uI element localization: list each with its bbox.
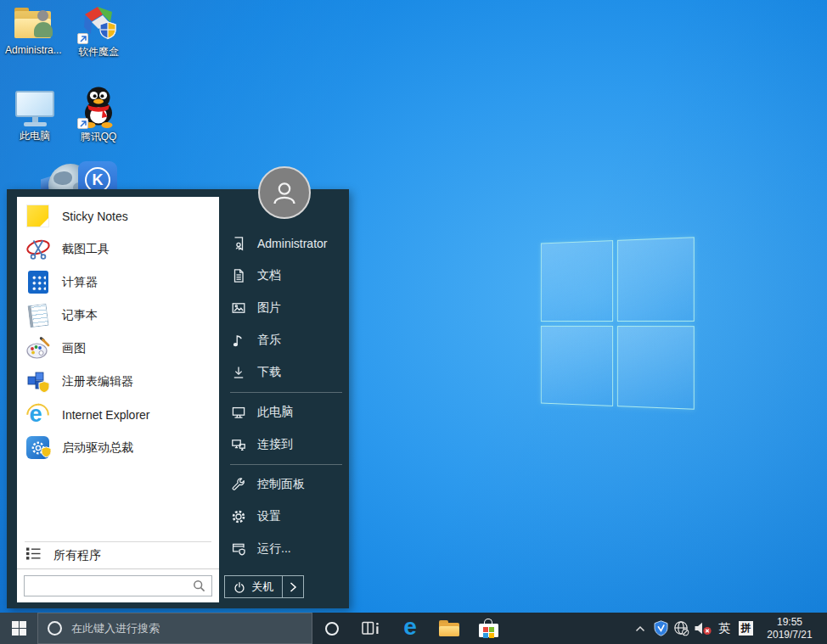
this-pc-icon <box>230 405 247 420</box>
tray-time: 19:55 <box>761 616 819 629</box>
menu-item-label: 注册表编辑器 <box>62 374 133 389</box>
desktop-icon-tencent-qq[interactable]: 腾讯QQ <box>70 83 127 143</box>
calculator-icon <box>25 269 51 295</box>
menu-item-paint[interactable]: 画图 <box>17 332 219 365</box>
task-view-button[interactable] <box>352 613 391 644</box>
tray-volume[interactable] <box>691 613 714 644</box>
all-programs-icon <box>26 547 41 563</box>
menu-item-label: 控制面板 <box>257 477 305 492</box>
menu-item-connect-to[interactable]: 连接到 <box>219 428 344 461</box>
menu-item-registry-editor[interactable]: 注册表编辑器 <box>17 365 219 398</box>
taskbar-search-box[interactable]: 在此键入进行搜索 <box>37 613 312 644</box>
desktop-icon-software-magic-box[interactable]: 软件魔盒 <box>70 3 127 58</box>
driver-director-icon <box>25 434 51 461</box>
desktop-icon-label: 软件魔盒 <box>70 47 127 58</box>
menu-item-user-administrator[interactable]: Administrator <box>219 227 344 260</box>
wallpaper-windows-logo <box>541 237 695 410</box>
menu-item-run[interactable]: 运行... <box>219 533 344 565</box>
all-programs-label: 所有程序 <box>53 548 101 563</box>
menu-item-notepad[interactable]: 记事本 <box>17 299 219 332</box>
desktop-icon-this-pc[interactable]: 此电脑 <box>7 89 63 142</box>
file-explorer-button[interactable] <box>430 613 469 644</box>
registry-editor-icon <box>25 368 51 395</box>
music-icon <box>230 333 247 348</box>
paint-icon <box>25 335 51 361</box>
computer-icon <box>12 89 58 128</box>
control-panel-icon <box>230 477 247 492</box>
desktop-icon-administrator[interactable]: Administra... <box>5 5 61 56</box>
tray-language-indicator[interactable]: 英 <box>714 621 734 636</box>
settings-gear-icon <box>230 509 247 524</box>
cortana-ring-icon <box>325 622 339 636</box>
menu-item-label: 计算器 <box>62 275 98 290</box>
tray-security-shield[interactable] <box>650 613 671 644</box>
system-tray: 英 拼 19:55 2019/7/21 <box>630 613 827 644</box>
desktop-icon-label: 此电脑 <box>7 131 63 142</box>
windows-logo-icon <box>12 621 26 636</box>
menu-item-pictures[interactable]: 图片 <box>219 292 344 324</box>
menu-item-driver-director[interactable]: 启动驱动总裁 <box>17 431 219 464</box>
menu-item-label: Sticky Notes <box>62 210 128 223</box>
shutdown-button[interactable]: 关机 <box>224 575 304 598</box>
sticky-notes-icon <box>25 203 51 229</box>
menu-item-snipping-tool[interactable]: 截图工具 <box>17 232 219 266</box>
downloads-icon <box>230 365 247 380</box>
shutdown-main[interactable]: 关机 <box>225 576 282 597</box>
desktop-icon-label: Administra... <box>5 45 61 56</box>
search-icon <box>193 580 205 592</box>
software-box-icon <box>77 3 120 44</box>
start-menu-search-input[interactable] <box>24 575 212 596</box>
edge-button[interactable]: e <box>391 613 430 644</box>
menu-item-documents[interactable]: 文档 <box>219 260 344 292</box>
logo-pane <box>541 325 613 406</box>
user-avatar[interactable] <box>258 166 311 219</box>
user-icon <box>230 236 247 251</box>
menu-item-label: 截图工具 <box>62 242 110 257</box>
edge-icon: e <box>403 615 417 639</box>
divider <box>230 392 342 393</box>
shutdown-options-button[interactable] <box>283 576 303 597</box>
taskbar-search-placeholder: 在此键入进行搜索 <box>71 621 160 636</box>
user-folder-icon <box>12 5 54 42</box>
run-icon <box>230 541 247 557</box>
menu-item-label: 图片 <box>257 300 281 316</box>
internet-explorer-icon: e <box>25 401 51 428</box>
store-bag-icon <box>479 619 498 638</box>
shield-icon <box>654 620 668 636</box>
menu-item-label: 此电脑 <box>257 405 293 420</box>
start-menu-places-panel: Administrator 文档 <box>219 189 349 608</box>
shortcut-arrow-icon <box>77 33 88 44</box>
power-icon <box>233 581 245 593</box>
menu-item-sticky-notes[interactable]: Sticky Notes <box>17 199 219 232</box>
menu-item-control-panel[interactable]: 控制面板 <box>219 468 344 501</box>
menu-item-this-pc[interactable]: 此电脑 <box>219 396 344 428</box>
start-button[interactable] <box>0 613 37 644</box>
menu-item-music[interactable]: 音乐 <box>219 324 344 356</box>
tray-clock[interactable]: 19:55 2019/7/21 <box>757 616 822 641</box>
cortana-button[interactable] <box>312 613 352 644</box>
tray-show-hidden-icons[interactable] <box>630 613 650 644</box>
tray-network-status[interactable] <box>671 613 691 644</box>
notepad-icon <box>25 302 51 328</box>
menu-item-label: Administrator <box>257 237 327 250</box>
logo-pane <box>541 240 613 321</box>
menu-item-label: 音乐 <box>257 333 281 348</box>
logo-pane <box>616 237 694 321</box>
divider <box>230 464 342 465</box>
menu-item-label: Internet Explorer <box>62 408 150 422</box>
documents-icon <box>230 268 247 283</box>
menu-item-settings[interactable]: 设置 <box>219 501 344 533</box>
tray-ime-indicator[interactable]: 拼 <box>739 621 753 636</box>
qq-penguin-icon <box>77 83 120 129</box>
menu-item-calculator[interactable]: 计算器 <box>17 266 219 299</box>
logo-pane <box>616 326 694 410</box>
globe-no-internet-icon <box>673 620 689 636</box>
all-programs-button[interactable]: 所有程序 <box>17 542 219 568</box>
menu-item-downloads[interactable]: 下载 <box>219 356 344 389</box>
task-view-icon <box>362 621 380 636</box>
chevron-up-icon <box>635 625 645 632</box>
desktop-icon-label: 腾讯QQ <box>70 132 127 143</box>
connect-to-icon <box>230 437 247 452</box>
menu-item-internet-explorer[interactable]: e Internet Explorer <box>17 398 219 431</box>
microsoft-store-button[interactable] <box>469 613 508 644</box>
